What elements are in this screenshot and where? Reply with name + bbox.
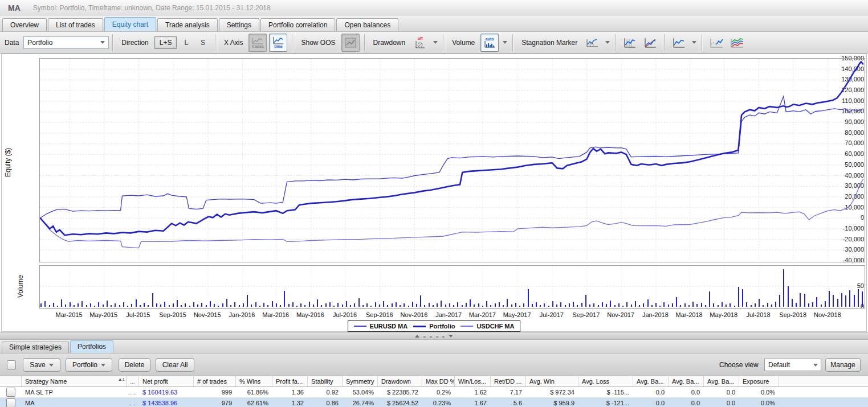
equity-line-chart-button[interactable]	[670, 34, 688, 52]
x-tick-label: Nov-2016	[396, 311, 432, 318]
splitter-grip-icon	[436, 335, 438, 338]
strategy-name-cell: MA SL TP	[22, 387, 127, 397]
header-symmetry[interactable]: Symmetry	[343, 376, 378, 387]
tab-trade-analysis[interactable]: Trade analysis	[157, 18, 218, 31]
drawdown-dropdown-icon[interactable]	[433, 41, 438, 44]
delete-button[interactable]: Delete	[119, 358, 150, 372]
collapse-down-icon[interactable]	[449, 335, 453, 338]
header-ellipsis[interactable]: ...	[127, 376, 139, 387]
header-net-profit[interactable]: Net profit	[139, 376, 194, 387]
manage-button[interactable]: Manage	[825, 358, 861, 372]
stagnation-marker-button[interactable]	[583, 34, 601, 52]
x-tick-label: May-2018	[706, 311, 742, 318]
header-avg-loss[interactable]: Avg. Loss	[578, 376, 633, 387]
oos-compare-chart-icon	[710, 38, 723, 48]
x-axis-time-button[interactable]: time	[269, 34, 287, 52]
clear-all-button-label: Clear All	[162, 361, 188, 369]
x-tick-label: Nov-2015	[189, 311, 226, 318]
row-checkbox[interactable]	[6, 398, 15, 407]
data-label: Data	[5, 39, 19, 47]
header-pct-wins[interactable]: % Wins	[236, 376, 272, 387]
equity-plot-area[interactable]	[39, 58, 865, 262]
balance-bars-chart-button[interactable]	[621, 34, 639, 52]
profit-factor-cell: 1.32	[272, 398, 308, 407]
header-exposure[interactable]: Exposure	[739, 376, 779, 387]
drawdown-button[interactable]: off	[411, 34, 429, 52]
volume-axis-label: Volume	[17, 268, 25, 305]
eurusd-line-swatch-icon	[354, 326, 366, 327]
volume-bars-icon	[484, 41, 495, 48]
volume-dropdown-icon[interactable]	[503, 41, 507, 44]
select-all-checkbox[interactable]	[7, 360, 16, 369]
header-ret-dd[interactable]: Ret/DD ...	[491, 376, 526, 387]
show-oos-label: Show OOS	[301, 39, 335, 47]
equity-line-dropdown-icon[interactable]	[692, 41, 696, 44]
panel-splitter[interactable]	[0, 332, 868, 340]
header-avg-ba-2[interactable]: Avg. Ba...	[669, 376, 704, 387]
time-icon-label: time	[274, 44, 282, 48]
header-profit-factor[interactable]: Profit fa...	[272, 376, 308, 387]
x-tick-label: Jul-2017	[533, 311, 570, 318]
x-tick-label: Jan-2016	[223, 311, 260, 318]
drawdown-state: off	[418, 36, 423, 40]
header-max-dd[interactable]: Max DD %	[422, 376, 455, 387]
stagnation-dropdown-icon[interactable]	[605, 41, 610, 44]
tab-portfolio-correlation[interactable]: Portfolio correlation	[260, 18, 335, 31]
stability-cell: 0.86	[308, 398, 343, 407]
save-button[interactable]: Save	[23, 358, 60, 372]
header-num-trades[interactable]: # of trades	[194, 376, 236, 387]
x-axis-trades-button[interactable]: trades	[248, 34, 267, 52]
symmetry-cell: 26.74%	[343, 398, 378, 407]
tab-overview[interactable]: Overview	[2, 18, 47, 31]
header-avg-win[interactable]: Avg. Win	[526, 376, 578, 387]
trend-line-chart-button[interactable]	[641, 34, 659, 52]
tab-list-of-trades[interactable]: List of trades	[48, 18, 103, 31]
header-win-loss[interactable]: Win/Los...	[455, 376, 491, 387]
win-loss-cell: 1.67	[455, 398, 491, 407]
legend-label: EURUSD MA	[370, 323, 408, 330]
direction-l-button[interactable]: L	[179, 36, 193, 49]
volume-plot-area[interactable]	[39, 265, 865, 309]
equity-line-chart-icon	[673, 38, 685, 48]
show-oos-button[interactable]	[341, 34, 360, 52]
tab-portfolios[interactable]: Portfolios	[70, 340, 113, 353]
row-checkbox[interactable]	[6, 388, 15, 397]
tab-simple-strategies[interactable]: Simple strategies	[2, 342, 69, 353]
data-select[interactable]: Portfolio	[23, 36, 109, 49]
tab-settings[interactable]: Settings	[219, 18, 259, 31]
header-drawdown[interactable]: Drawdown	[378, 376, 422, 387]
legend-label: Portfolio	[429, 323, 455, 330]
multi-curve-chart-button[interactable]	[728, 34, 746, 52]
x-tick-label: Mar-2015	[51, 311, 87, 318]
portfolio-button[interactable]: Portfolio	[66, 358, 112, 372]
net-profit-cell[interactable]: $ 160419.63	[139, 387, 194, 397]
volume-button[interactable]: auto	[480, 34, 499, 52]
header-avg-ba-1[interactable]: Avg. Ba...	[633, 376, 669, 387]
x-tick-label: Sep-2016	[361, 311, 398, 318]
table-row[interactable]: MA SL TP .. .. $ 160419.63 999 61.86% 1.…	[0, 387, 868, 398]
header-stability[interactable]: Stability	[308, 376, 343, 387]
drawdown-chart-icon	[414, 40, 426, 48]
view-select[interactable]: Default	[764, 359, 821, 371]
sort-ascending-icon: ▲1	[118, 377, 125, 382]
avg-ba-cell: 0.0	[633, 398, 669, 407]
net-profit-cell[interactable]: $ 143538.96	[139, 398, 194, 407]
header-strategy-name[interactable]: Strategy Name ▲1	[22, 376, 127, 387]
drawdown-label: Drawdown	[373, 39, 406, 47]
clear-all-button[interactable]: Clear All	[156, 358, 194, 372]
direction-ls-button[interactable]: L+S	[154, 36, 177, 49]
collapse-up-icon[interactable]	[415, 335, 419, 338]
drawdown-cell: $ 22385.72	[378, 387, 422, 397]
direction-s-button[interactable]: S	[195, 36, 210, 49]
header-avg-ba-3[interactable]: Avg. Ba...	[704, 376, 739, 387]
max-dd-cell: 0.2%	[422, 387, 455, 397]
delete-button-label: Delete	[125, 361, 145, 369]
trend-line-chart-icon	[644, 38, 657, 48]
manage-button-label: Manage	[830, 361, 855, 369]
table-row-selected[interactable]: MA .. .. $ 143538.96 979 62.61% 1.32 0.8…	[0, 398, 868, 407]
portfolio-button-label: Portfolio	[72, 361, 97, 369]
oos-compare-chart-button[interactable]	[707, 34, 726, 52]
tab-equity-chart[interactable]: Equity chart	[104, 17, 156, 31]
tab-open-balances[interactable]: Open balances	[336, 18, 398, 31]
avg-ba-cell: 0.0	[704, 387, 739, 397]
